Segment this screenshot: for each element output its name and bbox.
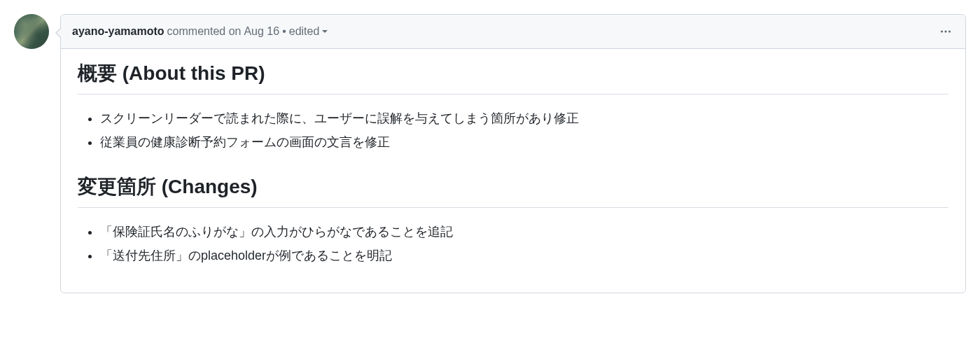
- list-item: 「保険証氏名のふりがな」の入力がひらがなであることを追記: [100, 220, 948, 243]
- changes-list: 「保険証氏名のふりがな」の入力がひらがなであることを追記 「送付先住所」のpla…: [78, 220, 948, 267]
- comment-action-text: commented on: [167, 25, 241, 38]
- section-heading-about: 概要 (About this PR): [78, 60, 948, 94]
- author-link[interactable]: ayano-yamamoto: [72, 25, 164, 38]
- avatar[interactable]: [14, 14, 49, 49]
- comment-header: ayano-yamamoto commented on Aug 16 • edi…: [61, 15, 965, 49]
- meta-separator: •: [282, 25, 286, 38]
- list-item: 従業員の健康診断予約フォームの画面の文言を修正: [100, 131, 948, 153]
- svg-point-1: [944, 30, 946, 32]
- edited-dropdown[interactable]: edited: [289, 25, 328, 38]
- comment-container: ayano-yamamoto commented on Aug 16 • edi…: [14, 14, 966, 293]
- comment-header-meta: ayano-yamamoto commented on Aug 16 • edi…: [72, 25, 328, 38]
- caret-down-icon: [322, 30, 328, 33]
- comment-date-link[interactable]: Aug 16: [244, 25, 279, 38]
- section-heading-changes: 変更箇所 (Changes): [78, 174, 948, 208]
- svg-point-0: [941, 30, 943, 32]
- kebab-icon: [940, 26, 951, 37]
- edited-label: edited: [289, 25, 320, 38]
- kebab-menu-button[interactable]: [937, 23, 954, 40]
- comment-body: 概要 (About this PR) スクリーンリーダーで読まれた際に、ユーザー…: [61, 49, 965, 293]
- comment-arrow: [55, 27, 61, 38]
- svg-point-2: [948, 30, 951, 32]
- about-list: スクリーンリーダーで読まれた際に、ユーザーに誤解を与えてしまう箇所があり修正 従…: [78, 107, 948, 154]
- list-item: スクリーンリーダーで読まれた際に、ユーザーに誤解を与えてしまう箇所があり修正: [100, 107, 948, 130]
- list-item: 「送付先住所」のplaceholderが例であることを明記: [100, 244, 948, 267]
- comment-box: ayano-yamamoto commented on Aug 16 • edi…: [60, 14, 966, 293]
